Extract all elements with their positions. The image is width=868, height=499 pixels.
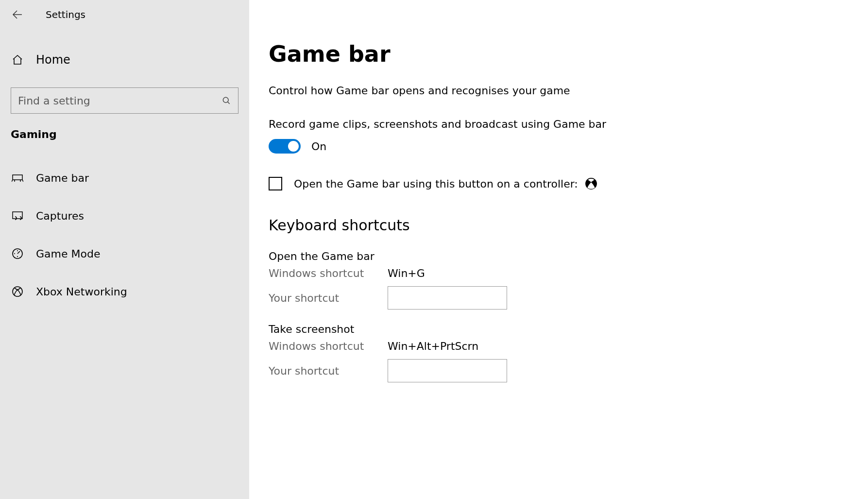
- record-toggle[interactable]: [269, 139, 301, 154]
- sidebar-item-game-bar[interactable]: Game bar: [0, 161, 249, 195]
- record-description: Record game clips, screenshots and broad…: [269, 118, 868, 130]
- arrow-left-icon: [11, 9, 23, 20]
- search-box[interactable]: [11, 87, 238, 114]
- captures-icon: [12, 211, 23, 221]
- home-nav[interactable]: Home: [0, 43, 249, 77]
- xbox-icon: [12, 286, 23, 297]
- shortcut-name: Take screenshot: [269, 323, 868, 335]
- sidebar-item-xbox-networking[interactable]: Xbox Networking: [0, 275, 249, 309]
- shortcut-block: Take screenshot Windows shortcut Win+Alt…: [269, 323, 868, 382]
- your-shortcut-label: Your shortcut: [269, 292, 388, 304]
- sidebar-item-label: Captures: [36, 210, 84, 222]
- toggle-knob: [288, 141, 299, 152]
- page-subtitle: Control how Game bar opens and recognise…: [269, 85, 868, 97]
- home-icon: [12, 54, 23, 66]
- sidebar-item-label: Game bar: [36, 172, 89, 184]
- content-area: Game bar Control how Game bar opens and …: [249, 0, 868, 499]
- svg-rect-1: [13, 212, 22, 219]
- sidebar: Settings Home Gaming: [0, 0, 249, 499]
- search-icon: [221, 96, 231, 105]
- sidebar-item-captures[interactable]: Captures: [0, 199, 249, 233]
- back-button[interactable]: [11, 8, 23, 21]
- home-label: Home: [36, 53, 70, 67]
- window-title: Settings: [46, 9, 85, 20]
- sidebar-item-label: Xbox Networking: [36, 286, 127, 298]
- game-bar-icon: [12, 173, 23, 183]
- your-shortcut-label: Your shortcut: [269, 365, 388, 377]
- shortcut-name: Open the Game bar: [269, 250, 868, 262]
- controller-checkbox[interactable]: [269, 177, 282, 190]
- xbox-logo-icon: [585, 177, 597, 190]
- game-mode-icon: [12, 248, 23, 259]
- search-input[interactable]: [18, 95, 221, 107]
- page-title: Game bar: [269, 41, 868, 67]
- windows-shortcut-label: Windows shortcut: [269, 267, 388, 279]
- category-title: Gaming: [0, 114, 249, 140]
- sidebar-item-label: Game Mode: [36, 248, 100, 260]
- windows-shortcut-value: Win+G: [388, 267, 425, 279]
- shortcuts-title: Keyboard shortcuts: [269, 217, 868, 234]
- sidebar-item-game-mode[interactable]: Game Mode: [0, 237, 249, 271]
- your-shortcut-input[interactable]: [388, 286, 507, 310]
- windows-shortcut-value: Win+Alt+PrtScrn: [388, 340, 478, 352]
- your-shortcut-input[interactable]: [388, 359, 507, 382]
- toggle-state-label: On: [311, 140, 326, 153]
- controller-label: Open the Game bar using this button on a…: [294, 178, 578, 190]
- windows-shortcut-label: Windows shortcut: [269, 340, 388, 352]
- shortcut-block: Open the Game bar Windows shortcut Win+G…: [269, 250, 868, 310]
